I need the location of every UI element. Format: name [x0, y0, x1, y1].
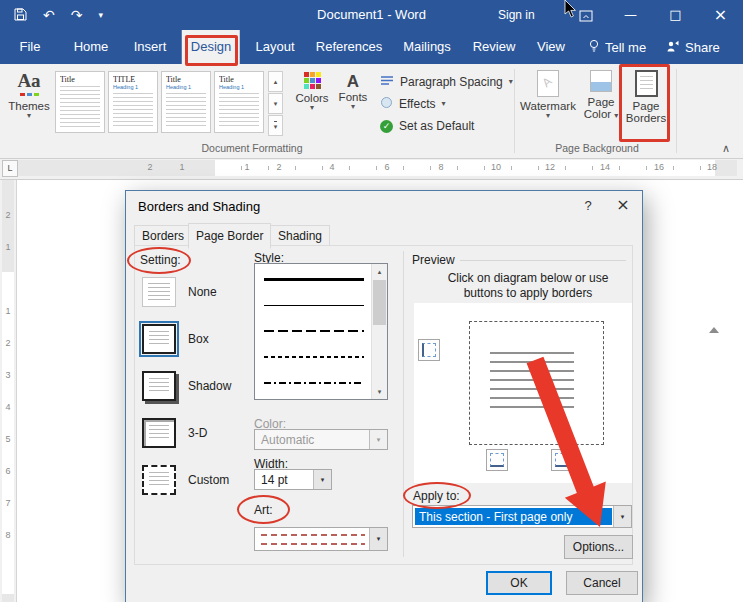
tab-mailings[interactable]: Mailings [394, 30, 460, 64]
box-setting-icon [142, 324, 176, 354]
ruler-number: 18 [707, 162, 717, 172]
width-dropdown[interactable]: 14 pt ▾ [254, 469, 332, 490]
art-dropdown[interactable]: ▾ [254, 527, 388, 551]
style-listbox[interactable]: ▴ ▾ [254, 263, 388, 400]
vertical-ruler: 2112345678 [0, 180, 17, 602]
border-edge-icon [490, 453, 504, 467]
page-color-button[interactable]: Page Color ▾ [580, 70, 622, 120]
chevron-down-icon: ▾ [441, 100, 445, 108]
apply-to-dropdown[interactable]: This section - First page only ▾ [412, 505, 632, 528]
ribbon-design: Aa Themes ▾ TitleTITLEHeading 1TitleHead… [0, 64, 743, 159]
color-dropdown[interactable]: Automatic ▾ [254, 429, 388, 450]
tab-review[interactable]: Review [464, 30, 525, 64]
border-style-option[interactable] [255, 370, 372, 396]
lightbulb-icon [588, 39, 600, 56]
setting-option-custom[interactable]: Custom [142, 465, 246, 495]
ruler-number: 3 [0, 370, 16, 380]
tell-me-box[interactable]: Tell me [588, 30, 646, 64]
chevron-down-icon[interactable]: ▾ [369, 528, 387, 550]
tab-selector[interactable]: L [2, 160, 18, 177]
check-icon: ✓ [380, 120, 393, 133]
gallery-scroll-down-button[interactable]: ▾ [268, 93, 283, 114]
maximize-button[interactable]: □ [653, 0, 698, 30]
preview-page-outline[interactable] [469, 321, 604, 445]
page-color-label-line1: Page [588, 96, 615, 108]
ruler-number: 2 [147, 162, 152, 172]
titlebar: ↶ ↷ ▾ Document1 - Word Sign in — □ × [0, 0, 743, 30]
bottom-left-border-toggle-button[interactable] [486, 449, 508, 471]
border-style-option[interactable] [255, 266, 372, 292]
right-indent-marker[interactable] [709, 327, 719, 333]
gallery-scroll-up-button[interactable]: ▴ [268, 71, 283, 92]
ruler-number: 4 [329, 162, 334, 172]
options-button[interactable]: Options... [564, 535, 633, 559]
share-button[interactable]: Share [666, 30, 720, 64]
watermark-button[interactable]: Watermark ▾ [520, 70, 576, 120]
tab-design[interactable]: Design [182, 30, 240, 64]
tab-references[interactable]: References [307, 30, 391, 64]
width-value: 14 pt [261, 470, 288, 489]
effects-button[interactable]: Effects ▾ [380, 93, 513, 115]
border-style-option[interactable] [255, 318, 372, 344]
dialog-tab-borders[interactable]: Borders [134, 225, 192, 247]
ruler-number: 6 [384, 162, 389, 172]
apply-to-value: This section - First page only [415, 508, 612, 525]
tab-file[interactable]: File [11, 30, 50, 64]
dialog-tab-page-border[interactable]: Page Border [188, 223, 271, 249]
theme-style-card[interactable]: TitleHeading 1 [214, 71, 264, 133]
ok-button[interactable]: OK [486, 571, 552, 595]
dialog-tab-shading[interactable]: Shading [270, 225, 330, 247]
group-label-page-background: Page Background [555, 142, 638, 154]
chevron-down-icon[interactable]: ▾ [369, 430, 387, 449]
cancel-button[interactable]: Cancel [566, 571, 638, 595]
art-pattern-sample [261, 534, 365, 545]
scroll-down-icon[interactable]: ▾ [372, 384, 387, 399]
tab-insert[interactable]: Insert [125, 30, 176, 64]
setting-option-box[interactable]: Box [142, 324, 246, 354]
theme-style-card[interactable]: TitleHeading 1 [161, 71, 211, 133]
theme-style-card[interactable]: Title [55, 71, 105, 133]
border-style-option[interactable] [255, 292, 372, 318]
collapse-ribbon-icon[interactable]: ∧ [722, 142, 730, 155]
gallery-more-button[interactable]: ▾ [268, 115, 283, 136]
setting-option-label: Shadow [188, 379, 231, 393]
ribbon-tab-row: FileHomeInsertDesignLayoutReferencesMail… [0, 30, 743, 64]
style-scrollbar[interactable]: ▴ ▾ [371, 264, 387, 399]
themes-button[interactable]: Aa Themes ▾ [6, 70, 52, 120]
sign-in-link[interactable]: Sign in [498, 0, 535, 30]
close-button[interactable]: × [698, 0, 743, 30]
setting-option-3-d[interactable]: 3-D [142, 418, 246, 448]
tab-home[interactable]: Home [65, 30, 118, 64]
ruler-number: 2 [276, 162, 281, 172]
setting-option-shadow[interactable]: Shadow [142, 371, 246, 401]
tab-layout[interactable]: Layout [246, 30, 303, 64]
horizontal-ruler: L 21124681012141618 [0, 158, 743, 180]
ruler-number: 5 [0, 434, 16, 444]
paragraph-spacing-button[interactable]: Paragraph Spacing ▾ [380, 71, 513, 93]
left-border-toggle-button[interactable] [418, 339, 440, 361]
chevron-down-icon[interactable]: ▾ [613, 506, 631, 527]
setting-option-none[interactable]: None [142, 277, 246, 307]
fonts-button[interactable]: A Fonts ▾ [337, 72, 369, 111]
help-icon[interactable]: ? [574, 195, 602, 217]
ribbon-display-options-icon[interactable] [563, 0, 608, 30]
scrollbar-thumb[interactable] [373, 280, 386, 325]
bottom-right-border-toggle-button[interactable] [551, 449, 573, 471]
tab-view[interactable]: View [528, 30, 574, 64]
panel-divider [403, 251, 404, 557]
colors-button[interactable]: Colors ▾ [293, 72, 331, 112]
dialog-close-icon[interactable]: × [606, 191, 640, 219]
page-borders-button[interactable]: Page Borders [624, 70, 668, 124]
gallery-item-title: Title [219, 75, 259, 84]
ruler-number: 6 [0, 466, 16, 476]
preview-diagram[interactable] [414, 303, 632, 483]
border-style-option[interactable] [255, 344, 372, 370]
ruler-number: 8 [0, 530, 16, 540]
set-as-default-button[interactable]: ✓ Set as Default [380, 115, 513, 137]
chevron-down-icon[interactable]: ▾ [313, 470, 331, 489]
fonts-icon: A [347, 72, 359, 91]
minimize-button[interactable]: — [608, 0, 653, 30]
scroll-up-icon[interactable]: ▴ [372, 264, 387, 279]
theme-style-card[interactable]: TITLEHeading 1 [108, 71, 158, 133]
gallery-item-title: Title [60, 75, 100, 84]
